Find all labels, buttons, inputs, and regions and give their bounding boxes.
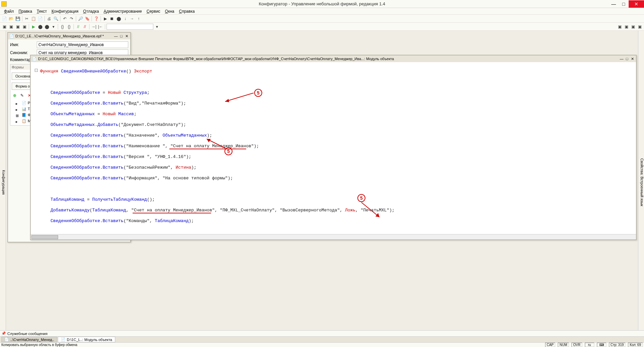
code-close-button[interactable]: ✕: [630, 56, 635, 61]
help-icon[interactable]: ❓: [93, 16, 99, 22]
menu-help[interactable]: Справка: [177, 8, 197, 14]
svg-marker-5: [375, 213, 379, 217]
menubar: Файл Правка Текст Конфигурация Отладка А…: [0, 8, 644, 15]
tb2-icon-8[interactable]: ▾: [50, 24, 56, 30]
menu-file[interactable]: Файл: [2, 8, 16, 14]
code-maximize-button[interactable]: □: [625, 56, 629, 61]
doc-tab[interactable]: 📄..\СчетНаОплату_Менед..: [1, 337, 57, 342]
name-input[interactable]: [37, 41, 128, 48]
code-window: 📄 D:\1C_LEONID\1C_DATA\ОБРАБОТКИ_ВСЕ\Упр…: [30, 55, 637, 240]
menu-edit[interactable]: Правка: [17, 8, 34, 14]
status-ovr: OVR: [572, 343, 582, 347]
open-icon[interactable]: 📂: [8, 16, 14, 22]
search-go-icon[interactable]: ▾: [154, 24, 160, 30]
add-icon[interactable]: ⊕: [12, 93, 18, 99]
document-icon: 📄: [32, 57, 37, 61]
tb2-icon-7[interactable]: ⬤: [44, 24, 50, 30]
titlebar: Конфигуратор - Управление небольшой фирм…: [0, 0, 644, 8]
status-num: NUM: [558, 343, 569, 347]
breakpoint-icon[interactable]: ⬤: [116, 16, 122, 22]
menu-debug[interactable]: Отладка: [81, 8, 101, 14]
props-window-title: D:\1C_LE...\СчетНаОплату_Менеджер_Иванов…: [15, 34, 104, 38]
synonym-label: Синоним:: [10, 50, 37, 55]
menu-text[interactable]: Текст: [35, 8, 49, 14]
messages-label: Служебные сообщения: [7, 332, 47, 336]
props-close-button[interactable]: ✕: [124, 34, 129, 38]
close-button[interactable]: ✕: [629, 0, 644, 8]
bookmark-icon[interactable]: 🔖: [84, 16, 90, 22]
code-titlebar[interactable]: 📄 D:\1C_LEONID\1C_DATA\ОБРАБОТКИ_ВСЕ\Упр…: [31, 55, 636, 62]
edit-icon[interactable]: ✎: [19, 93, 25, 99]
props-titlebar[interactable]: 📄 D:\1C_LE...\СчетНаОплату_Менеджер_Иван…: [8, 33, 130, 39]
debug-stop-icon[interactable]: ⏹: [109, 16, 115, 22]
preview-icon[interactable]: 🔍: [53, 16, 59, 22]
tb-right-4[interactable]: ▣: [637, 24, 643, 30]
code-minimize-button[interactable]: —: [619, 56, 624, 61]
code-editor[interactable]: −Функция СведенияОВнешнейОбработке() Экс…: [31, 62, 636, 234]
document-icon: 📄: [9, 34, 14, 38]
annotation-marker: 5: [254, 89, 262, 97]
toolbar-2: ▣ ▣ ▣ ▣ ▶ ⬤ ⬤ ▾ {} {} // // →| |← ▾ ▣ ▣ …: [0, 23, 644, 31]
comment-icon[interactable]: //: [75, 24, 81, 30]
status-line: Стр: 319: [609, 343, 626, 347]
minimize-button[interactable]: —: [609, 0, 619, 8]
status-keyboard-icon[interactable]: ⌨: [597, 343, 606, 347]
redo-icon[interactable]: ↷: [68, 16, 74, 22]
pin-icon[interactable]: 📌: [1, 331, 6, 336]
print-icon[interactable]: 🖨: [46, 16, 52, 22]
tb-right-1[interactable]: ▣: [617, 24, 623, 30]
debug-start-icon[interactable]: ▶: [102, 16, 108, 22]
new-icon[interactable]: 📄: [1, 16, 7, 22]
run-icon[interactable]: ▶: [30, 24, 36, 30]
tb-right-3[interactable]: ▣: [630, 24, 636, 30]
search-input[interactable]: [107, 24, 153, 30]
tb2-icon-6[interactable]: ⬤: [37, 24, 43, 30]
indent-icon[interactable]: →|: [91, 24, 97, 30]
step-over-icon[interactable]: →: [129, 16, 135, 22]
save-icon[interactable]: 💾: [15, 16, 21, 22]
props-maximize-button[interactable]: □: [119, 34, 124, 38]
code-window-title: D:\1C_LEONID\1C_DATA\ОБРАБОТКИ_ВСЕ\Управ…: [38, 57, 618, 61]
horizontal-scrollbar[interactable]: [31, 234, 636, 239]
app-title: Конфигуратор - Управление небольшой фирм…: [259, 1, 385, 6]
fold-icon[interactable]: −: [35, 69, 38, 72]
menu-windows[interactable]: Окна: [163, 8, 176, 14]
status-lang: ru: [585, 343, 594, 347]
app-icon: [1, 1, 7, 7]
maximize-button[interactable]: □: [619, 0, 629, 8]
main-area: Конфигурация Свойства: Встроенный язык 📄…: [0, 31, 644, 330]
tb2-icon-4[interactable]: ▣: [21, 24, 27, 30]
side-tab-config[interactable]: Конфигурация: [0, 31, 6, 330]
tb2-icon-2[interactable]: ▣: [8, 24, 14, 30]
paste-icon[interactable]: 📄: [37, 16, 43, 22]
uncomment-icon[interactable]: //: [82, 24, 88, 30]
outdent-icon[interactable]: |←: [98, 24, 104, 30]
cut-icon[interactable]: ✂: [24, 16, 30, 22]
side-tab-props[interactable]: Свойства: Встроенный язык: [638, 31, 644, 330]
find-icon[interactable]: 🔎: [77, 16, 84, 22]
menu-admin[interactable]: Администрирование: [102, 8, 144, 14]
tb2-icon-1[interactable]: ▣: [1, 24, 7, 30]
annotation-marker: 5: [357, 194, 365, 202]
annotation-underline: [133, 213, 211, 213]
tb-right-2[interactable]: ▣: [623, 24, 629, 30]
menu-service[interactable]: Сервис: [145, 8, 162, 14]
props-minimize-button[interactable]: —: [114, 34, 118, 38]
tb2-icon-9[interactable]: {}: [59, 24, 65, 30]
doc-tab-active[interactable]: 📄D:\1C_L..: Модуль объекта: [58, 337, 115, 342]
menu-config[interactable]: Конфигурация: [49, 8, 80, 14]
tb2-icon-10[interactable]: {}: [66, 24, 72, 30]
scrollbar-thumb[interactable]: [31, 235, 58, 239]
name-label: Имя:: [10, 42, 37, 47]
copy-icon[interactable]: 📋: [30, 16, 36, 22]
annotation-marker: 5: [224, 147, 232, 155]
statusbar: Копировать выбранную область в буфер обм…: [0, 342, 644, 347]
messages-panel[interactable]: 📌 Служебные сообщения: [0, 330, 644, 336]
step-out-icon[interactable]: ↑: [136, 16, 142, 22]
step-into-icon[interactable]: ↓: [122, 16, 128, 22]
status-col: Кол: 69: [628, 343, 643, 347]
document-tabs: 📄..\СчетНаОплату_Менед.. 📄D:\1C_L..: Мод…: [0, 336, 644, 342]
svg-marker-3: [207, 139, 211, 142]
tb2-icon-3[interactable]: ▣: [15, 24, 21, 30]
undo-icon[interactable]: ↶: [62, 16, 68, 22]
